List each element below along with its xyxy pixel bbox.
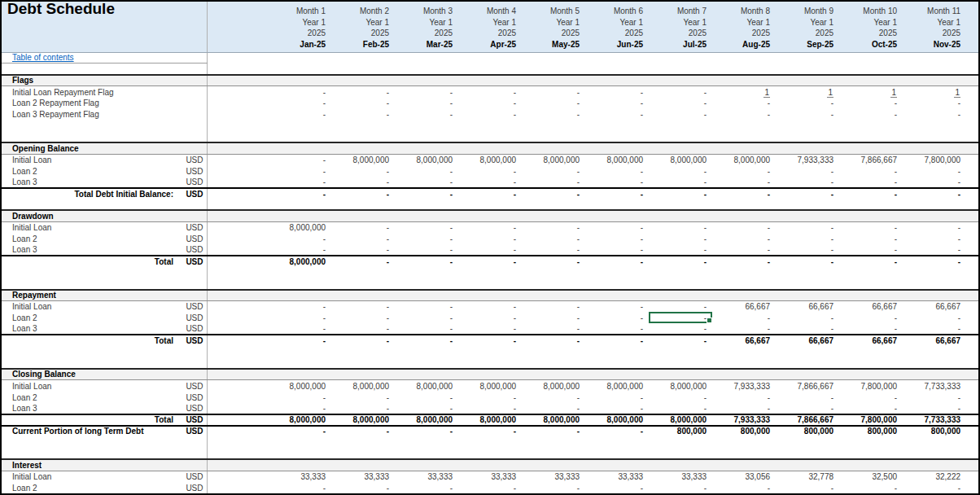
cell[interactable] <box>712 290 776 301</box>
cell[interactable]: 8,000,000 <box>207 221 331 233</box>
cell[interactable]: - <box>207 108 331 120</box>
cell[interactable]: - <box>395 233 458 244</box>
cell[interactable]: 7,933,333 <box>776 154 839 165</box>
cell[interactable] <box>776 369 839 380</box>
cell[interactable] <box>839 75 903 86</box>
cell[interactable]: 66,667 <box>712 335 776 346</box>
cell[interactable]: 66,667 <box>776 335 839 346</box>
cell[interactable]: - <box>331 221 395 233</box>
cell[interactable]: - <box>776 98 839 109</box>
section-title[interactable]: Drawdown <box>2 210 176 221</box>
cell[interactable]: - <box>585 98 649 109</box>
cell[interactable]: - <box>207 233 331 244</box>
cell[interactable]: 66,667 <box>903 301 966 313</box>
cell[interactable]: 8,000,000 <box>331 414 395 426</box>
cell[interactable]: - <box>522 482 585 493</box>
cell[interactable]: - <box>585 312 649 323</box>
cell[interactable] <box>395 75 458 86</box>
cell[interactable] <box>712 142 776 154</box>
section-title[interactable]: Opening Balance <box>2 142 176 154</box>
cell[interactable]: - <box>458 256 522 267</box>
cell[interactable]: 8,000,000 <box>458 380 522 392</box>
cell[interactable]: - <box>458 392 522 403</box>
cell[interactable]: - <box>331 177 395 188</box>
cell[interactable]: - <box>207 177 331 188</box>
unit-cell[interactable]: USD <box>176 301 207 313</box>
cell[interactable]: - <box>458 108 522 120</box>
cell[interactable] <box>776 52 839 64</box>
cell[interactable]: 7,800,000 <box>903 154 966 165</box>
column-header[interactable]: Month 4Year 12025Apr-25 <box>458 2 522 52</box>
cell[interactable]: - <box>207 244 331 256</box>
cell[interactable]: - <box>903 233 966 244</box>
row-label[interactable]: Initial Loan <box>2 471 176 482</box>
cell[interactable]: - <box>331 335 395 346</box>
row-label[interactable]: Loan 3 <box>2 323 176 335</box>
cell[interactable]: - <box>585 108 649 120</box>
cell[interactable] <box>903 210 966 221</box>
cell[interactable]: - <box>585 392 649 403</box>
cell[interactable]: - <box>458 165 522 177</box>
cell[interactable] <box>395 290 458 301</box>
cell[interactable] <box>776 75 839 86</box>
cell[interactable]: 8,000,000 <box>395 414 458 426</box>
cell[interactable]: 33,333 <box>649 471 712 482</box>
cell[interactable]: - <box>585 323 649 335</box>
cell[interactable]: - <box>522 108 585 120</box>
cell[interactable] <box>331 52 395 64</box>
cell[interactable]: 1 <box>776 86 839 98</box>
cell[interactable]: - <box>522 244 585 256</box>
cell[interactable] <box>207 290 331 301</box>
cell[interactable]: - <box>903 403 966 414</box>
cell[interactable] <box>712 459 776 471</box>
cell[interactable]: - <box>903 392 966 403</box>
cell[interactable]: - <box>712 108 776 120</box>
cell[interactable] <box>585 459 649 471</box>
cell[interactable]: - <box>331 256 395 267</box>
cell[interactable] <box>522 210 585 221</box>
cell[interactable]: - <box>903 188 966 199</box>
cell[interactable]: - <box>776 188 839 199</box>
cell[interactable]: - <box>395 301 458 313</box>
cell[interactable]: 7,800,000 <box>839 414 903 426</box>
cell[interactable] <box>331 210 395 221</box>
cell[interactable]: - <box>522 335 585 346</box>
unit-cell[interactable]: USD <box>176 482 207 493</box>
cell[interactable]: 32,222 <box>903 471 966 482</box>
cell[interactable]: - <box>776 482 839 493</box>
cell[interactable] <box>776 290 839 301</box>
cell[interactable]: - <box>395 244 458 256</box>
cell[interactable]: - <box>522 301 585 313</box>
cell[interactable] <box>207 369 331 380</box>
cell[interactable] <box>458 52 522 64</box>
cell[interactable] <box>712 52 776 64</box>
cell[interactable]: - <box>585 256 649 267</box>
cell[interactable]: - <box>903 98 966 109</box>
cell[interactable]: 33,333 <box>522 471 585 482</box>
cell[interactable]: 66,667 <box>839 335 903 346</box>
cell[interactable] <box>207 75 331 86</box>
cell[interactable]: - <box>839 392 903 403</box>
cell[interactable]: 32,500 <box>839 471 903 482</box>
cell[interactable]: - <box>903 482 966 493</box>
cell[interactable]: - <box>839 108 903 120</box>
cell[interactable]: - <box>712 188 776 199</box>
cell[interactable]: - <box>458 323 522 335</box>
cell[interactable]: - <box>585 221 649 233</box>
cell[interactable]: - <box>458 188 522 199</box>
row-label[interactable]: Loan 2 <box>2 165 176 177</box>
column-header[interactable]: Month 6Year 12025Jun-25 <box>585 2 649 52</box>
cell[interactable]: - <box>458 426 522 437</box>
cell[interactable]: - <box>458 403 522 414</box>
cell[interactable]: - <box>903 221 966 233</box>
cell[interactable]: - <box>839 165 903 177</box>
column-header[interactable]: Month 1Year 12025Jan-25 <box>207 2 331 52</box>
cell[interactable]: 7,933,333 <box>712 380 776 392</box>
cell[interactable] <box>585 210 649 221</box>
cell[interactable]: - <box>458 233 522 244</box>
row-label[interactable]: Total <box>2 335 176 346</box>
cell[interactable]: - <box>395 312 458 323</box>
cell[interactable]: - <box>585 482 649 493</box>
cell[interactable]: 33,333 <box>585 471 649 482</box>
cell[interactable]: - <box>776 392 839 403</box>
